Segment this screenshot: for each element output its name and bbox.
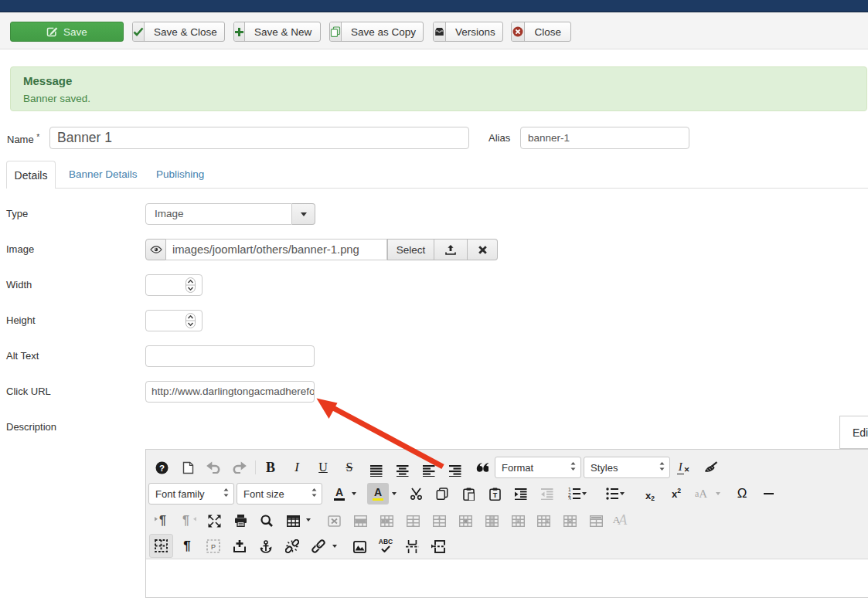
svg-text:P: P <box>211 543 216 551</box>
svg-text:T: T <box>492 491 497 499</box>
svg-text:¶: ¶ <box>159 514 166 527</box>
svg-text:¶: ¶ <box>182 514 189 527</box>
svg-text:?: ? <box>158 463 164 472</box>
svg-text:3: 3 <box>568 496 571 501</box>
